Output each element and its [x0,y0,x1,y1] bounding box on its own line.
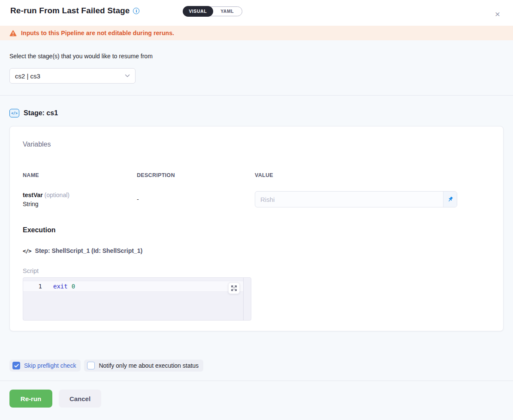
expand-icon[interactable] [228,282,240,294]
stage-select-label: Select the stage(s) that you would like … [9,53,504,60]
code-number: 0 [72,283,75,290]
script-editor[interactable]: 1 exit0 [23,277,251,321]
skip-preflight-checkbox[interactable]: Skip preflight check [9,360,81,372]
variable-type: String [23,201,137,207]
modal-header: Re-run From Last Failed Stage i VISUAL Y… [0,0,513,26]
warning-banner: Inputs to this Pipeline are not editable… [0,26,513,40]
tab-visual[interactable]: VISUAL [183,6,213,16]
stage-body: </> Stage: cs1 Variables NAME DESCRIPTIO… [0,96,513,372]
stage-heading-row: </> Stage: cs1 [9,109,504,117]
page-title: Re-run From Last Failed Stage [10,6,130,15]
variable-row: testVar (optional) String - [23,191,490,207]
shell-script-icon: </> [23,248,31,254]
rerun-button[interactable]: Re-run [9,390,52,408]
pin-icon[interactable] [443,192,457,207]
modal-footer: Re-run Cancel [0,381,513,416]
step-row: </> Step: ShellScript_1 (Id: ShellScript… [23,247,490,254]
variables-heading: Variables [23,141,490,148]
variable-name: testVar [23,192,43,198]
editor-current-line: 1 exit0 [23,281,243,292]
checkbox-unchecked-icon [87,362,95,369]
variable-value-input[interactable] [255,192,443,207]
variable-value-cell [255,191,490,207]
visual-yaml-toggle: VISUAL YAML [183,6,242,16]
column-value: VALUE [255,172,490,178]
close-icon[interactable]: × [495,9,500,18]
line-number: 1 [23,283,42,290]
stage-select-section: Select the stage(s) that you would like … [0,40,513,96]
execution-heading: Execution [23,226,490,234]
options-row: Skip preflight check Notify only me abou… [9,360,504,372]
variables-table-header: NAME DESCRIPTION VALUE [23,172,490,178]
step-label: Step: ShellScript_1 (Id: ShellScript_1) [35,247,143,254]
warning-icon [9,30,17,36]
info-icon[interactable]: i [133,8,139,14]
notify-me-checkbox[interactable]: Notify only me about execution status [84,360,203,372]
column-name: NAME [23,172,137,178]
notify-me-label: Notify only me about execution status [99,362,199,369]
variable-description: - [137,196,255,203]
skip-preflight-label: Skip preflight check [24,362,76,369]
variable-value-field [255,191,457,207]
script-label: Script [23,267,490,274]
custom-stage-icon: </> [9,109,19,117]
tab-yaml[interactable]: YAML [213,6,242,16]
variable-name-cell: testVar (optional) String [23,192,137,207]
chevron-down-icon [125,74,130,78]
warning-text: Inputs to this Pipeline are not editable… [21,30,174,36]
stage-select-dropdown[interactable]: cs2 | cs3 [9,68,136,84]
code-keyword: exit [53,283,68,290]
variable-optional-tag: (optional) [45,192,69,198]
stage-inputs-card: Variables NAME DESCRIPTION VALUE testVar… [9,126,504,331]
cancel-button[interactable]: Cancel [59,390,101,408]
stage-select-value: cs2 | cs3 [15,72,40,80]
checkbox-checked-icon [12,362,20,369]
stage-heading: Stage: cs1 [24,109,58,117]
column-description: DESCRIPTION [137,172,255,178]
